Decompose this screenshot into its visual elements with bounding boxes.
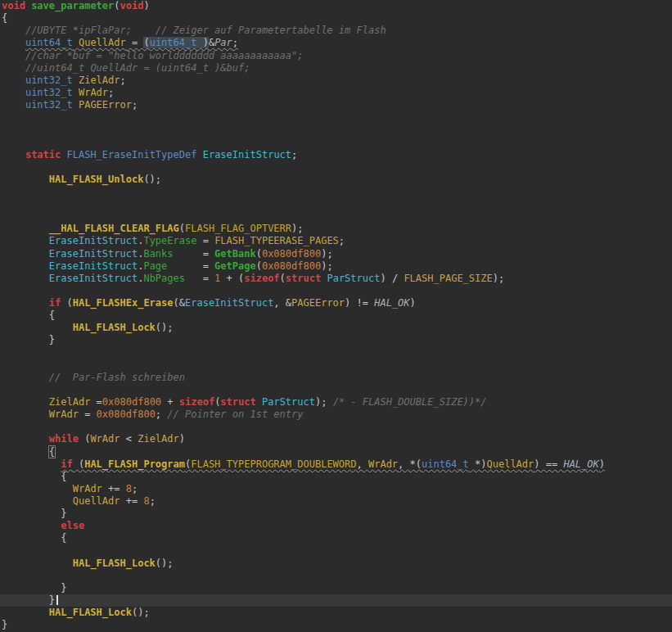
code-line[interactable]: while (WrAdr < ZielAdr) [2, 433, 672, 445]
code-line[interactable] [2, 285, 672, 297]
token-ind [2, 396, 49, 408]
token-pl: = [196, 235, 214, 246]
code-line[interactable]: static FLASH_EraseInitTypeDef EraseInitS… [2, 149, 672, 161]
token-kw: sizeof [244, 273, 279, 284]
code-line[interactable]: WrAdr = 0x080df800; // Pointer on 1st en… [2, 409, 672, 421]
code-line[interactable]: } [2, 619, 672, 631]
token-pl: ( [61, 297, 72, 309]
token-pl: ; [108, 87, 114, 98]
code-line[interactable]: { [2, 446, 672, 458]
code-line[interactable] [2, 545, 672, 558]
token-pl: = [167, 260, 214, 272]
token-kw: void [2, 0, 25, 11]
token-kw: sizeof [179, 396, 214, 408]
code-line[interactable]: ZielAdr =0x080df800 + sizeof(struct ParS… [2, 396, 672, 409]
code-line[interactable]: QuellAdr += 8; [2, 495, 672, 508]
token-com: /* - FLASH_DOUBLE_SIZE))*/ [333, 396, 487, 408]
code-line[interactable] [2, 198, 672, 210]
code-line[interactable]: } [2, 334, 672, 346]
code-area[interactable]: void save_parameter(void){ //UBYTE *ipFl… [0, 0, 672, 632]
code-line[interactable]: HAL_FLASH_Unlock(); [2, 174, 672, 186]
token-ind [2, 607, 49, 618]
code-line[interactable] [2, 570, 672, 582]
token-pl: ) [143, 0, 149, 11]
code-line[interactable]: uint32_t ZielAdr; [2, 74, 672, 87]
token-ind [2, 322, 73, 333]
token-ind [2, 483, 73, 494]
token-num: 8 [126, 483, 132, 494]
token-pl: ) == [534, 458, 563, 470]
code-line[interactable]: HAL_FLASH_Lock(); [2, 558, 672, 570]
code-line[interactable]: //char *buf = "hello worlddddddd aaaaaaa… [2, 50, 672, 62]
code-line[interactable] [2, 124, 672, 136]
code-line[interactable]: EraseInitStruct.Banks = GetBank(0x080df8… [2, 248, 672, 260]
token-pl: ); [321, 260, 332, 272]
code-line[interactable] [2, 210, 672, 223]
code-line[interactable]: } [2, 508, 672, 520]
token-num: 8 [143, 495, 149, 507]
code-line[interactable]: { [2, 471, 672, 483]
token-var: WrAdr [90, 433, 120, 445]
token-var: QuellAdr [486, 458, 534, 470]
token-pl: ); [315, 396, 333, 408]
token-com: //uint64_t QuellAdr = (uint64_t )&buf; [25, 62, 250, 74]
token-pl: (); [156, 322, 174, 333]
code-line[interactable]: uint32_t WrAdr; [2, 87, 672, 99]
token-ind [2, 508, 61, 519]
code-line[interactable]: } [0, 594, 672, 607]
code-line[interactable]: { [2, 309, 672, 322]
token-ind [2, 174, 49, 185]
token-kw: struct [286, 273, 321, 284]
token-mem: TypeErase [143, 235, 196, 246]
token-pl: ( [179, 223, 185, 234]
token-pl: ); [493, 273, 504, 284]
token-pl: ) [410, 297, 416, 309]
code-line[interactable]: // Par-Flash schreiben [2, 372, 672, 384]
token-kw: void [120, 0, 144, 11]
code-line[interactable]: EraseInitStruct.Page = GetPage(0x080df80… [2, 260, 672, 273]
code-line[interactable]: HAL_FLASH_Lock(); [2, 322, 672, 334]
code-line[interactable]: uint64_t QuellAdr = (uint64_t )&Par; [2, 37, 672, 49]
code-line[interactable]: EraseInitStruct.NbPages = 1 + (sizeof(st… [2, 273, 672, 285]
token-pl: } [2, 619, 7, 630]
code-line[interactable]: else [2, 520, 672, 532]
code-line[interactable]: //UBYTE *ipFlaPar; // Zeiger auf Paramet… [2, 25, 672, 37]
code-line[interactable] [2, 111, 672, 124]
token-pl: ; [291, 149, 297, 160]
code-line[interactable]: { [2, 532, 672, 544]
token-enm: HAL_OK [374, 297, 409, 309]
token-pl: ; [132, 99, 138, 111]
token-ind [2, 458, 61, 470]
token-mem: Page [143, 260, 167, 272]
token-ind [2, 409, 49, 420]
token-ind [2, 309, 49, 321]
code-line[interactable]: EraseInitStruct.TypeErase = FLASH_TYPEER… [2, 235, 672, 247]
code-line[interactable]: } [2, 582, 672, 594]
code-line[interactable] [2, 359, 672, 372]
code-line[interactable]: void save_parameter(void) [2, 0, 672, 12]
token-pl: ( [114, 0, 120, 11]
code-line[interactable] [2, 347, 672, 359]
code-line[interactable]: HAL_FLASH_Lock(); [2, 607, 672, 619]
token-pl: ( [79, 433, 90, 445]
code-line[interactable]: //uint64_t QuellAdr = (uint64_t )&buf; [2, 62, 672, 74]
token-kw: while [49, 433, 79, 445]
token-num: 0x080df800 [262, 260, 321, 272]
token-var: PAGEError [291, 297, 345, 309]
code-line[interactable]: uint32_t PAGEError; [2, 99, 672, 111]
token-ind [2, 433, 49, 445]
code-editor: void save_parameter(void){ //UBYTE *ipFl… [0, 0, 672, 632]
token-num: 0x080df800 [97, 409, 156, 420]
code-line[interactable] [2, 384, 672, 396]
code-line[interactable]: __HAL_FLASH_CLEAR_FLAG(FLASH_FLAG_OPTVER… [2, 223, 672, 235]
code-line[interactable] [2, 186, 672, 198]
token-com: // Par-Flash schreiben [49, 372, 185, 383]
code-line[interactable]: if (HAL_FLASHEx_Erase(&EraseInitStruct, … [2, 297, 672, 309]
code-line[interactable]: { [2, 12, 672, 25]
code-line[interactable] [2, 136, 672, 148]
token-kw: if [61, 458, 72, 470]
code-line[interactable] [2, 421, 672, 433]
code-line[interactable]: if (HAL_FLASH_Program(FLASH_TYPEPROGRAM_… [2, 458, 672, 471]
code-line[interactable]: WrAdr += 8; [2, 483, 672, 495]
code-line[interactable] [2, 161, 672, 174]
